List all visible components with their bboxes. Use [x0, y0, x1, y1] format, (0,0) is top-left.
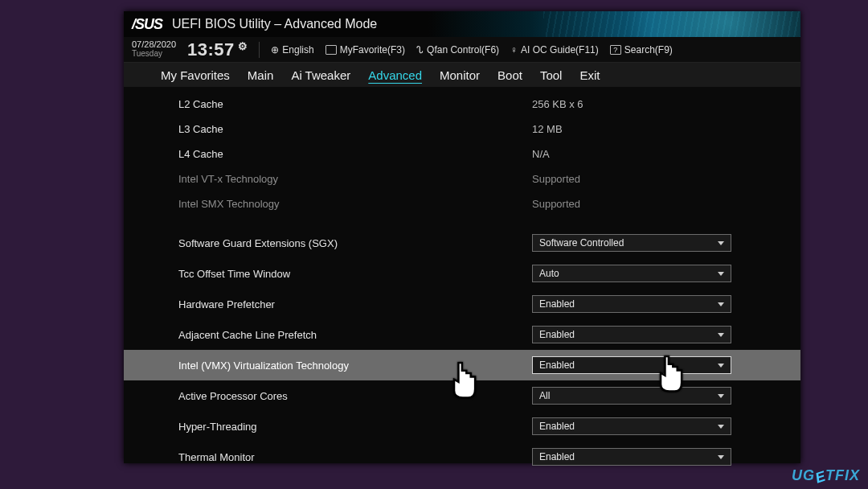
- setting-row-software-guard-extensions-sgx-[interactable]: Software Guard Extensions (SGX)Software …: [124, 228, 800, 258]
- dropdown-value: Enabled: [539, 329, 575, 340]
- setting-dropdown[interactable]: Enabled: [532, 326, 731, 343]
- setting-label: Tcc Offset Time Window: [178, 268, 532, 280]
- info-value: Supported: [532, 198, 580, 210]
- question-icon: ?: [610, 45, 621, 55]
- setting-label: Intel (VMX) Virtualization Technology: [178, 360, 532, 372]
- dropdown-value: Software Controlled: [539, 237, 624, 249]
- menu-tab-main[interactable]: Main: [248, 68, 274, 82]
- setting-label: Software Guard Extensions (SGX): [178, 237, 532, 249]
- setting-dropdown[interactable]: Enabled: [532, 417, 731, 435]
- menu-tab-tool[interactable]: Tool: [540, 68, 563, 82]
- setting-row-tcc-offset-time-window[interactable]: Tcc Offset Time WindowAuto: [124, 258, 800, 289]
- setting-label: Hardware Prefetcher: [178, 298, 532, 310]
- status-bar: 07/28/2020 Tuesday 13:57 ⚙ ⊕English MyFa…: [124, 37, 800, 63]
- info-label: L2 Cache: [178, 98, 532, 110]
- info-row: Intel VT-x TechnologySupported: [124, 166, 800, 191]
- setting-dropdown[interactable]: Auto: [532, 265, 731, 282]
- info-label: L3 Cache: [178, 123, 532, 135]
- info-label: L4 Cache: [178, 148, 532, 160]
- bios-header: /SUS UEFI BIOS Utility – Advanced Mode: [124, 11, 800, 37]
- dropdown-value: Enabled: [539, 298, 575, 310]
- setting-dropdown[interactable]: Enabled: [532, 356, 731, 374]
- bios-window: /SUS UEFI BIOS Utility – Advanced Mode 0…: [124, 11, 800, 463]
- clock-time: 13:57: [187, 39, 235, 60]
- menu-tab-advanced[interactable]: Advanced: [368, 68, 422, 82]
- setting-dropdown[interactable]: Software Controlled: [532, 234, 731, 252]
- setting-label: Thermal Monitor: [178, 451, 532, 463]
- myfavorite-label: MyFavorite(F3): [340, 44, 405, 55]
- menu-tab-exit[interactable]: Exit: [579, 68, 600, 82]
- search-button[interactable]: ?Search(F9): [610, 44, 673, 55]
- info-value: Supported: [532, 173, 580, 185]
- info-row: L4 CacheN/A: [124, 142, 800, 166]
- aioc-button[interactable]: ♀AI OC Guide(F11): [510, 44, 599, 55]
- fan-icon: ᔐ: [416, 44, 424, 55]
- setting-dropdown[interactable]: Enabled: [532, 448, 731, 466]
- qfan-button[interactable]: ᔐQfan Control(F6): [416, 44, 499, 55]
- chevron-down-icon: [718, 302, 724, 306]
- info-label: Intel SMX Technology: [178, 198, 532, 210]
- myfavorite-button[interactable]: MyFavorite(F3): [326, 44, 405, 55]
- setting-label: Active Processor Cores: [178, 390, 532, 402]
- menu-tab-boot[interactable]: Boot: [497, 68, 522, 82]
- menu-tab-monitor[interactable]: Monitor: [440, 68, 480, 82]
- info-row: L2 Cache256 KB x 6: [124, 92, 800, 117]
- separator: [259, 42, 260, 58]
- dropdown-value: All: [539, 390, 550, 401]
- info-value: N/A: [532, 148, 550, 160]
- language-button[interactable]: ⊕English: [271, 44, 313, 55]
- info-label: Intel VT-x Technology: [178, 173, 532, 185]
- language-label: English: [282, 44, 313, 55]
- main-menu: My FavoritesMainAi TweakerAdvancedMonito…: [124, 63, 800, 87]
- date-block: 07/28/2020 Tuesday: [132, 40, 176, 58]
- dropdown-value: Enabled: [539, 421, 575, 432]
- chevron-down-icon: [718, 394, 724, 398]
- menu-tab-ai-tweaker[interactable]: Ai Tweaker: [291, 68, 350, 82]
- menu-tab-my-favorites[interactable]: My Favorites: [161, 68, 230, 82]
- search-label: Search(F9): [624, 44, 673, 55]
- dropdown-value: Enabled: [539, 360, 575, 371]
- setting-row-active-processor-cores[interactable]: Active Processor CoresAll: [124, 380, 800, 411]
- gear-icon[interactable]: ⚙: [238, 40, 248, 52]
- setting-row-intel-vmx-virtualization-technology[interactable]: Intel (VMX) Virtualization TechnologyEna…: [124, 350, 800, 380]
- chevron-down-icon: [718, 333, 724, 337]
- chevron-down-icon: [718, 272, 724, 276]
- chevron-down-icon: [718, 364, 724, 368]
- settings-panel: L2 Cache256 KB x 6L3 Cache12 MBL4 CacheN…: [124, 87, 800, 472]
- setting-label: Hyper-Threading: [178, 421, 532, 433]
- bios-title: UEFI BIOS Utility – Advanced Mode: [172, 17, 377, 31]
- watermark: UGETFIX: [792, 467, 860, 484]
- watermark-pre: UG: [792, 467, 815, 483]
- setting-row-adjacent-cache-line-prefetch[interactable]: Adjacent Cache Line PrefetchEnabled: [124, 319, 800, 350]
- info-row: Intel SMX TechnologySupported: [124, 191, 800, 216]
- watermark-post: TFIX: [825, 467, 860, 483]
- setting-dropdown[interactable]: All: [532, 387, 731, 405]
- setting-row-hyper-threading[interactable]: Hyper-ThreadingEnabled: [124, 411, 800, 442]
- chevron-down-icon: [718, 455, 724, 459]
- info-row: L3 Cache12 MB: [124, 117, 800, 142]
- setting-dropdown[interactable]: Enabled: [532, 295, 731, 313]
- brand-logo: /SUS: [132, 16, 162, 33]
- bulb-icon: ♀: [510, 44, 518, 55]
- info-value: 12 MB: [532, 123, 563, 135]
- chevron-down-icon: [718, 241, 724, 245]
- setting-row-thermal-monitor[interactable]: Thermal MonitorEnabled: [124, 442, 800, 472]
- clock: 13:57 ⚙: [187, 39, 248, 60]
- qfan-label: Qfan Control(F6): [427, 44, 499, 55]
- aioc-label: AI OC Guide(F11): [521, 44, 599, 55]
- day-text: Tuesday: [132, 50, 176, 59]
- page-icon: [326, 45, 337, 55]
- globe-icon: ⊕: [271, 44, 279, 55]
- setting-row-hardware-prefetcher[interactable]: Hardware PrefetcherEnabled: [124, 289, 800, 319]
- dropdown-value: Auto: [539, 268, 559, 279]
- chevron-down-icon: [718, 425, 724, 429]
- info-value: 256 KB x 6: [532, 98, 583, 110]
- setting-label: Adjacent Cache Line Prefetch: [178, 329, 532, 341]
- dropdown-value: Enabled: [539, 451, 575, 462]
